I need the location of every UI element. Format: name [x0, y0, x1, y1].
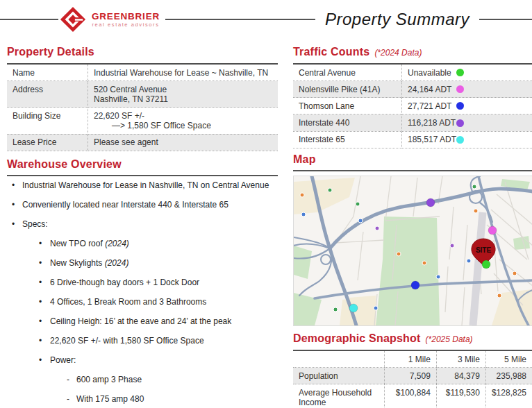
brand-diamond-icon [60, 6, 86, 33]
warehouse-overview-heading: Warehouse Overview [7, 158, 122, 171]
cell-value: 235,988 [485, 368, 532, 384]
right-column: Traffic Counts (*2024 Data) Central Aven… [293, 42, 532, 408]
property-details-heading: Property Details [7, 46, 94, 58]
traffic-dot [456, 85, 464, 93]
cell-value: $100,884 [385, 384, 437, 408]
site-pin-label: SITE [476, 246, 492, 254]
page: GREENBRIER real estate advisors Property… [0, 0, 532, 408]
row-label: Name [7, 64, 88, 81]
map-heading: Map [293, 153, 316, 166]
spec-item: New Skylights (2024) [7, 258, 278, 268]
table-row: Address 520 Central Avenue Nashville, TN… [7, 81, 278, 108]
brand-tagline: real estate advisors [92, 22, 159, 28]
thomson-lane-marker [411, 281, 419, 289]
row-label: Population [293, 368, 385, 384]
row-value: 520 Central Avenue Nashville, TN 37211 [88, 81, 279, 108]
page-title: Property Summary [315, 10, 479, 29]
row-label: Address [7, 81, 88, 108]
traffic-counts-section-heading: Traffic Counts (*2024 Data) [293, 46, 532, 58]
row-value: Please see agent [88, 134, 279, 151]
spec-item: 6 Drive-though bay doors + 1 Dock Door [7, 278, 278, 287]
road-name: Nolensville Pike (41A) [293, 81, 402, 98]
warehouse-overview-section-heading: Warehouse Overview [7, 158, 278, 176]
demographics-heading: Demographic Snapshot [293, 332, 421, 345]
road-name: Central Avenue [293, 64, 402, 81]
table-row: Building Size 22,620 SF +/- —> 1,580 SF … [7, 108, 278, 134]
header-rule-right [479, 19, 532, 20]
map-section-heading: Map [293, 153, 532, 171]
brand-name: GREENBRIER [92, 12, 160, 22]
traffic-dot [456, 69, 464, 76]
traffic-count: Unavailable [408, 68, 456, 78]
spec-item: New TPO roof (2024) [7, 239, 278, 248]
traffic-dot [456, 119, 464, 127]
row-value: 22,620 SF +/- —> 1,580 SF Office Space [88, 108, 279, 134]
interstate-440-marker [426, 198, 435, 207]
table-row: Thomson Lane 27,721 ADT [293, 98, 532, 114]
cell-value: $119,530 [436, 384, 485, 408]
demographics-table: 1 Mile 3 Mile 5 Mile Population 7,509 84… [293, 350, 532, 408]
power-item: 600 amp 3 Phase [7, 375, 278, 384]
traffic-dot [456, 136, 464, 144]
cell-value: 7,509 [385, 368, 437, 384]
list-item: Specs: [7, 219, 278, 229]
interstate-65-marker [349, 304, 358, 312]
table-row: Central Avenue Unavailable [293, 64, 532, 81]
property-details-table: Name Industrial Warehouse for Lease ~ Na… [7, 63, 278, 151]
table-header-row: 1 Mile 3 Mile 5 Mile [293, 350, 532, 368]
nolensville-pike-marker [488, 226, 497, 235]
road-name: Thomson Lane [293, 98, 402, 114]
traffic-counts-heading: Traffic Counts [293, 46, 369, 58]
spec-item: Power: [7, 355, 278, 365]
table-row: Population 7,509 84,379 235,988 [293, 368, 532, 384]
power-item: With 175 amp 480 [7, 394, 278, 404]
brand-logo: GREENBRIER real estate advisors [58, 6, 165, 33]
demographics-note: (*2025 Data) [426, 334, 473, 344]
column-header: 1 Mile [385, 350, 437, 368]
header-rule-mid [165, 19, 315, 20]
row-value: Industrial Warehouse for Lease ~ Nashvil… [88, 64, 279, 81]
header-rule-left [0, 19, 58, 20]
list-item: Conveniently located near Interstate 440… [7, 200, 278, 210]
cell-value: 84,379 [436, 368, 485, 384]
traffic-counts-table: Central Avenue Unavailable Nolensville P… [293, 63, 532, 148]
list-item: Industrial Warehouse for Lease in Nashvi… [7, 180, 278, 190]
map-railroad [473, 212, 483, 325]
traffic-count: 116,218 ADT [408, 118, 456, 128]
spec-item: Ceiling Heigh: 16’ at the eave and 24’ a… [7, 316, 278, 326]
spec-item: 4 Offices, 1 Break Room and 3 Bathrooms [7, 297, 278, 307]
row-label: Lease Price [7, 134, 88, 151]
traffic-count: 185,517 ADT [408, 135, 456, 144]
row-label: Building Size [7, 108, 88, 134]
warehouse-overview-list: Industrial Warehouse for Lease in Nashvi… [7, 180, 278, 408]
left-column: Property Details Name Industrial Warehou… [7, 42, 278, 408]
column-header: 5 Mile [485, 350, 532, 368]
traffic-counts-note: (*2024 Data) [374, 48, 422, 58]
table-row: Interstate 65 185,517 ADT [293, 131, 532, 148]
traffic-dot [456, 102, 464, 110]
spec-item: 22,620 SF +/- with 1,580 SF Office Space [7, 336, 278, 346]
central-avenue-marker [482, 260, 490, 269]
column-header: 3 Mile [436, 350, 485, 368]
cell-value: $128,825 [485, 384, 532, 408]
table-row: Lease Price Please see agent [7, 134, 278, 151]
road-name: Interstate 65 [293, 131, 402, 148]
table-row: Name Industrial Warehouse for Lease ~ Na… [7, 64, 278, 81]
road-name: Interstate 440 [293, 114, 402, 131]
traffic-count: 24,164 ADT [408, 85, 456, 94]
row-label: Average Household Income [293, 384, 385, 408]
table-row: Average Household Income $100,884 $119,5… [293, 384, 532, 408]
map: SITE [293, 176, 532, 326]
content-columns: Property Details Name Industrial Warehou… [0, 39, 532, 408]
demographics-section-heading: Demographic Snapshot (*2025 Data) [293, 332, 532, 345]
table-row: Nolensville Pike (41A) 24,164 ADT [293, 81, 532, 98]
traffic-count: 27,721 ADT [408, 101, 456, 111]
table-row: Interstate 440 116,218 ADT [293, 114, 532, 131]
property-details-section-heading: Property Details [7, 46, 278, 58]
header: GREENBRIER real estate advisors Property… [0, 0, 532, 39]
